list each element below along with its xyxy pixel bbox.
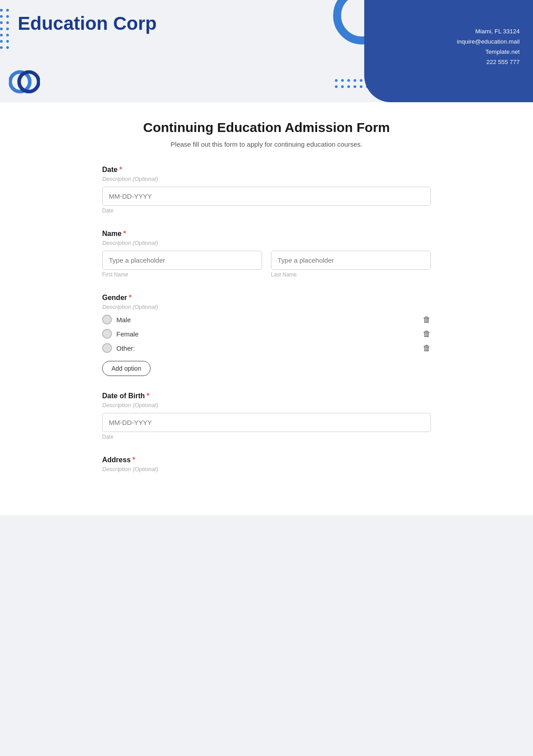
date-input[interactable] xyxy=(102,187,431,206)
dob-field-section: Date of Birth* Description (Optional) Da… xyxy=(102,392,431,440)
last-name-input[interactable] xyxy=(271,251,431,270)
name-row: First Name Last Name xyxy=(102,251,431,278)
logo-area: Education Corp xyxy=(18,13,157,34)
dob-field-label: Date of Birth* xyxy=(102,392,431,400)
name-field-section: Name* Description (Optional) First Name … xyxy=(102,230,431,278)
gender-option-female: Female 🗑 xyxy=(102,329,431,339)
gender-male-label: Male xyxy=(116,316,131,324)
gender-required-marker: * xyxy=(129,294,131,301)
dob-description: Description (Optional) xyxy=(102,402,431,408)
gender-field-section: Gender* Description (Optional) Male 🗑 Fe… xyxy=(102,294,431,376)
dob-required-marker: * xyxy=(147,392,149,400)
dob-input[interactable] xyxy=(102,413,431,432)
contact-info: Miami, FL 33124 inquire@education.mail T… xyxy=(457,27,520,68)
form-body: Continuing Education Admission Form Plea… xyxy=(0,102,533,515)
header-contact-block: Miami, FL 33124 inquire@education.mail T… xyxy=(364,0,533,102)
dots-left-decoration xyxy=(0,9,10,50)
contact-address: Miami, FL 33124 xyxy=(457,27,520,37)
logo-text: Education Corp xyxy=(18,13,157,34)
first-name-sublabel: First Name xyxy=(102,272,262,278)
address-field-section: Address* Description (Optional) xyxy=(102,456,431,472)
logo-icon xyxy=(9,65,40,98)
form-subtitle: Please fill out this form to apply for c… xyxy=(102,140,431,148)
name-description: Description (Optional) xyxy=(102,240,431,246)
name-required-marker: * xyxy=(123,230,126,237)
first-name-input[interactable] xyxy=(102,251,262,270)
contact-website: Template.net xyxy=(457,47,520,57)
date-field-label: Date* xyxy=(102,166,431,174)
last-name-col: Last Name xyxy=(271,251,431,278)
first-name-col: First Name xyxy=(102,251,262,278)
gender-other-label: Other: xyxy=(116,344,135,352)
form-title: Continuing Education Admission Form xyxy=(102,120,431,135)
gender-description: Description (Optional) xyxy=(102,304,431,310)
contact-phone: 222 555 777 xyxy=(457,57,520,68)
gender-option-male: Male 🗑 xyxy=(102,315,431,324)
delete-female-icon[interactable]: 🗑 xyxy=(423,329,431,339)
radio-male[interactable] xyxy=(102,315,112,324)
contact-email: inquire@education.mail xyxy=(457,37,520,47)
last-name-sublabel: Last Name xyxy=(271,272,431,278)
page-header: Education Corp Miami, FL 33124 inquire@e… xyxy=(0,0,533,102)
add-option-button[interactable]: Add option xyxy=(102,361,151,376)
gender-field-label: Gender* xyxy=(102,294,431,302)
date-sublabel: Date xyxy=(102,208,431,214)
radio-other[interactable] xyxy=(102,343,112,353)
name-field-label: Name* xyxy=(102,230,431,238)
date-description: Description (Optional) xyxy=(102,176,431,182)
address-description: Description (Optional) xyxy=(102,466,431,472)
date-required-marker: * xyxy=(119,166,122,173)
form-container: Continuing Education Admission Form Plea… xyxy=(76,102,457,515)
date-field-section: Date* Description (Optional) Date xyxy=(102,166,431,214)
delete-other-icon[interactable]: 🗑 xyxy=(423,344,431,353)
delete-male-icon[interactable]: 🗑 xyxy=(423,315,431,324)
address-field-label: Address* xyxy=(102,456,431,464)
address-required-marker: * xyxy=(132,456,135,464)
dob-sublabel: Date xyxy=(102,434,431,440)
gender-option-other: Other: 🗑 xyxy=(102,343,431,353)
gender-female-label: Female xyxy=(116,330,139,338)
radio-female[interactable] xyxy=(102,329,112,339)
